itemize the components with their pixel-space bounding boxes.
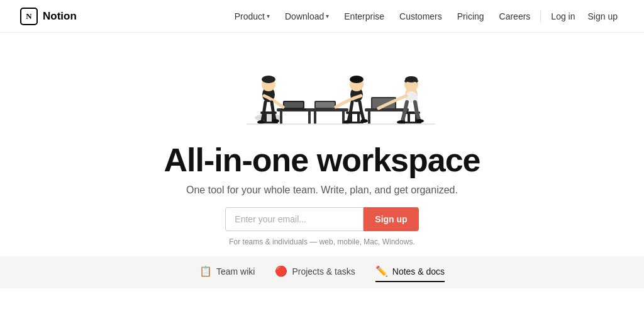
svg-rect-32: [368, 111, 370, 124]
nav-link-product[interactable]: Product ▾: [228, 8, 276, 25]
nav-link-customers[interactable]: Customers: [393, 8, 448, 25]
hero-illustration: [209, 39, 435, 140]
email-input[interactable]: [225, 207, 364, 231]
svg-point-14: [257, 120, 265, 124]
tab-team-wiki-label: Team wiki: [216, 266, 255, 277]
nav-item-enterprise[interactable]: Enterprise: [338, 8, 391, 25]
nav-links: Product ▾ Download ▾ Enterprise Customer…: [228, 8, 537, 25]
logo-link[interactable]: N Notion: [20, 8, 77, 25]
nav-link-enterprise[interactable]: Enterprise: [338, 8, 391, 25]
hero-subtitle: One tool for your whole team. Write, pla…: [186, 185, 458, 196]
team-wiki-icon: 📋: [199, 265, 212, 277]
svg-point-45: [397, 120, 406, 124]
login-link[interactable]: Log in: [545, 8, 581, 25]
svg-point-44: [405, 76, 418, 83]
chevron-icon: ▾: [326, 13, 329, 20]
svg-rect-36: [369, 108, 398, 110]
tab-bar: 📋 Team wiki 🔴 Projects & tasks ✏️ Notes …: [199, 265, 445, 282]
svg-rect-6: [280, 111, 282, 124]
navbar: N Notion Product ▾ Download ▾ Enterprise…: [0, 0, 644, 33]
email-form: Sign up: [225, 207, 418, 231]
nav-link-careers[interactable]: Careers: [493, 8, 537, 25]
svg-rect-17: [314, 111, 316, 124]
nav-item-careers[interactable]: Careers: [493, 8, 537, 25]
tab-team-wiki[interactable]: 📋 Team wiki: [199, 265, 255, 282]
bottom-section: 📋 Team wiki 🔴 Projects & tasks ✏️ Notes …: [0, 256, 644, 288]
notion-icon: N: [20, 8, 38, 25]
logo-text: Notion: [43, 10, 77, 23]
svg-point-30: [360, 119, 368, 123]
svg-point-29: [343, 120, 351, 124]
nav-link-pricing[interactable]: Pricing: [451, 8, 491, 25]
projects-tasks-icon: 🔴: [275, 265, 287, 277]
svg-rect-10: [281, 108, 306, 110]
svg-point-46: [415, 119, 424, 123]
tab-projects-tasks[interactable]: 🔴 Projects & tasks: [275, 265, 355, 282]
svg-rect-24: [357, 114, 360, 122]
hero-title: All-in-one workspace: [164, 142, 480, 178]
nav-link-download[interactable]: Download ▾: [279, 8, 335, 25]
nav-item-download[interactable]: Download ▾: [279, 8, 335, 25]
chevron-icon: ▾: [267, 13, 270, 20]
svg-point-28: [350, 76, 364, 83]
svg-rect-38: [408, 114, 410, 122]
svg-rect-20: [316, 102, 335, 108]
tab-projects-tasks-label: Projects & tasks: [292, 266, 355, 277]
svg-rect-9: [284, 102, 303, 108]
svg-rect-7: [308, 111, 311, 124]
hero-note: For teams & individuals — web, mobile, M…: [229, 237, 414, 246]
nav-item-pricing[interactable]: Pricing: [451, 8, 491, 25]
nav-divider: [540, 11, 541, 22]
hero-section: All-in-one workspace One tool for your w…: [0, 33, 644, 256]
notes-docs-icon: ✏️: [375, 265, 388, 277]
signup-link[interactable]: Sign up: [582, 8, 624, 25]
nav-item-customers[interactable]: Customers: [393, 8, 448, 25]
svg-point-15: [272, 119, 279, 123]
nav-item-product[interactable]: Product ▾: [228, 8, 276, 25]
svg-rect-21: [313, 108, 338, 110]
svg-rect-22: [346, 111, 362, 114]
signup-button[interactable]: Sign up: [364, 207, 418, 231]
svg-point-13: [262, 76, 275, 83]
tab-notes-docs-label: Notes & docs: [392, 266, 445, 277]
tab-notes-docs[interactable]: ✏️ Notes & docs: [375, 265, 445, 282]
